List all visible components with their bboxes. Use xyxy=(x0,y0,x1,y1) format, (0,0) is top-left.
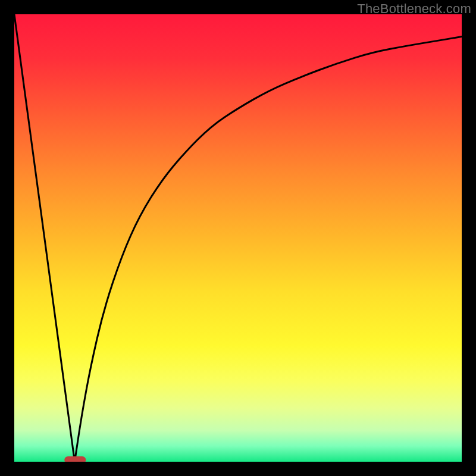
optimal-range-marker xyxy=(64,456,86,462)
notch-marker xyxy=(64,456,86,462)
chart-svg xyxy=(14,14,462,462)
chart-frame: TheBottleneck.com xyxy=(0,0,476,476)
gradient-background xyxy=(14,14,462,462)
plot-area xyxy=(14,14,462,462)
